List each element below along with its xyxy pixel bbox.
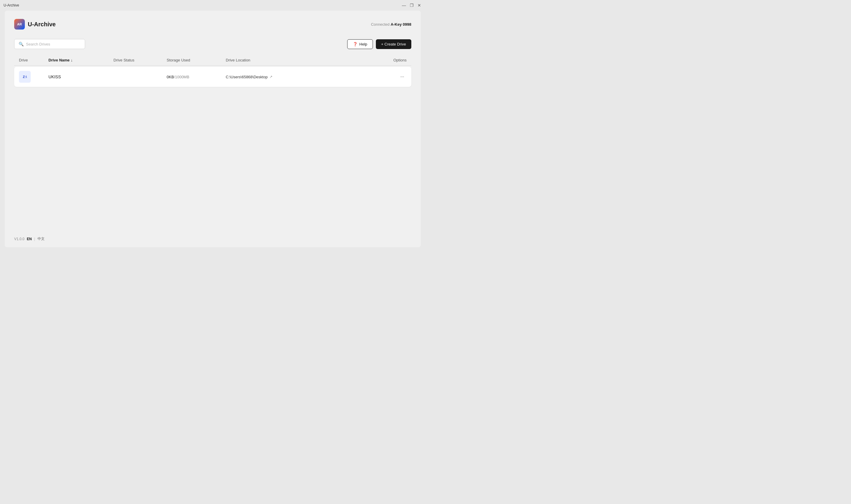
title-bar: U-Archive — ❐ ✕ <box>0 0 426 11</box>
search-icon: 🔍 <box>19 42 24 47</box>
search-box[interactable]: 🔍 <box>14 39 85 49</box>
drive-badge-icon: Z:\ <box>19 71 31 83</box>
col-options: Options <box>383 58 406 62</box>
drive-location: C:\Users\65868\Desktop ↗ <box>226 75 383 79</box>
table-header: Drive Drive Name ↓ Drive Status Storage … <box>14 55 411 66</box>
col-drive-location: Drive Location <box>226 58 383 62</box>
app-title: U-Archive <box>28 21 56 28</box>
app-header: AR U-Archive Connected A-Key 0998 <box>14 19 411 30</box>
app-logo: AR U-Archive <box>14 19 56 30</box>
main-container: AR U-Archive Connected A-Key 0998 🔍 ❓ He… <box>5 11 421 247</box>
help-icon: ❓ <box>353 42 358 47</box>
connected-badge: Connected A-Key 0998 <box>371 22 411 26</box>
create-drive-button[interactable]: + Create Drive <box>376 39 411 49</box>
options-button[interactable]: ··· <box>398 73 406 80</box>
table-container: Drive Drive Name ↓ Drive Status Storage … <box>14 55 411 239</box>
drive-badge: Z:\ <box>19 71 49 83</box>
col-storage-used: Storage Used <box>167 58 226 62</box>
sort-icon: ↓ <box>71 58 73 62</box>
title-bar-app-name: U-Archive <box>3 3 19 7</box>
footer: V1.0.0 EN | 中文 <box>14 236 44 241</box>
col-drive-status: Drive Status <box>113 58 167 62</box>
lang-zh-button[interactable]: 中文 <box>38 236 44 241</box>
search-input[interactable] <box>26 42 81 47</box>
logo-icon: AR <box>14 19 25 30</box>
maximize-button[interactable]: ❐ <box>409 3 414 8</box>
col-drive: Drive <box>19 58 49 62</box>
col-drive-name: Drive Name ↓ <box>49 58 113 62</box>
toolbar: 🔍 ❓ Help + Create Drive <box>14 39 411 49</box>
drive-status-toggle[interactable] <box>113 74 167 79</box>
minimize-button[interactable]: — <box>401 3 406 8</box>
version-label: V1.0.0 <box>14 237 24 241</box>
storage-used: 0KB/1000MB <box>167 75 226 79</box>
help-button[interactable]: ❓ Help <box>347 39 373 49</box>
close-button[interactable]: ✕ <box>417 3 422 8</box>
title-bar-controls: — ❐ ✕ <box>401 3 422 8</box>
external-link-icon[interactable]: ↗ <box>270 75 272 79</box>
lang-separator: | <box>34 237 35 241</box>
table-row: Z:\ UKISS 0KB/1000MB C:\Users\65868\Desk… <box>14 67 411 87</box>
lang-en-button[interactable]: EN <box>27 237 32 241</box>
btn-group: ❓ Help + Create Drive <box>347 39 411 49</box>
drive-name: UKISS <box>49 74 113 79</box>
title-bar-left: U-Archive <box>3 3 19 7</box>
